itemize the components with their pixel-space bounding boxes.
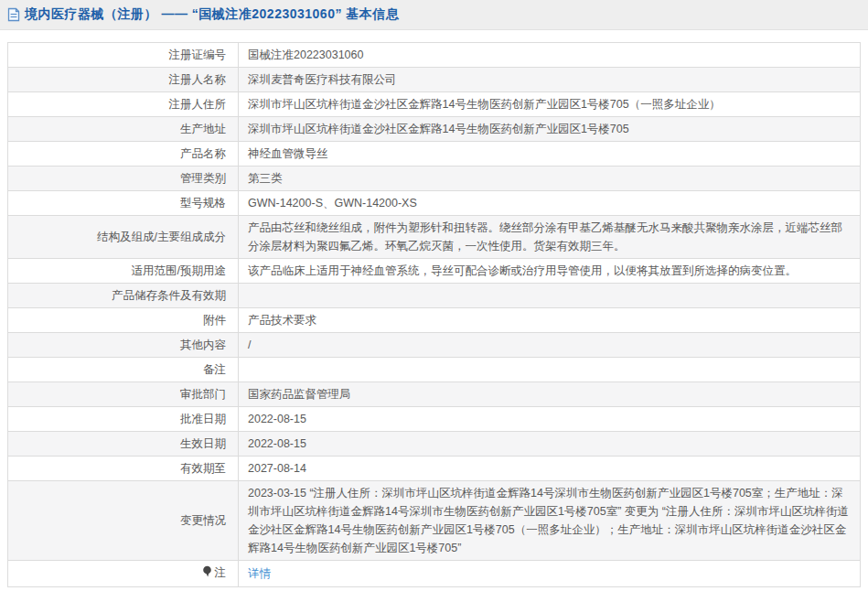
row-value: 2022-08-15	[239, 432, 861, 457]
row-value: 详情	[239, 561, 861, 587]
table-row: 适用范围/预期用途 该产品临床上适用于神经血管系统，导丝可配合诊断或治疗用导管使…	[8, 259, 861, 284]
row-label: 批准日期	[8, 407, 239, 432]
row-value: 产品由芯丝和绕丝组成，附件为塑形针和扭转器。绕丝部分涂有甲基乙烯基醚无水马来酸共…	[239, 216, 861, 259]
row-label: 产品储存条件及有效期	[8, 284, 239, 308]
row-label: 管理类别	[8, 167, 239, 191]
row-value: 深圳市坪山区坑梓街道金沙社区金辉路14号生物医药创新产业园区1号楼705	[239, 117, 861, 142]
row-label: 附件	[8, 308, 239, 333]
detail-link[interactable]: 详情	[248, 567, 271, 580]
row-label: 产品名称	[8, 142, 239, 167]
device-info-table: 注册证编号 国械注准20223031060 注册人名称 深圳麦普奇医疗科技有限公…	[7, 42, 861, 587]
row-label: 有效期至	[8, 457, 239, 481]
row-value: 产品技术要求	[239, 308, 861, 333]
row-label: 注册证编号	[8, 43, 239, 68]
table-row: 审批部门 国家药品监督管理局	[8, 382, 861, 407]
row-label: 备注	[8, 358, 239, 382]
row-label: 审批部门	[8, 382, 239, 407]
row-value: 2023-03-15 “注册人住所：深圳市坪山区坑梓街道金辉路14号深圳市生物医…	[239, 481, 861, 561]
row-label: 生效日期	[8, 432, 239, 457]
row-value: 该产品临床上适用于神经血管系统，导丝可配合诊断或治疗用导管使用，以便将其放置到所…	[239, 259, 861, 284]
note-label: 注	[215, 566, 227, 579]
table-row: 产品名称 神经血管微导丝	[8, 142, 861, 167]
note-bulb-icon	[202, 565, 212, 584]
page-header: 境内医疗器械（注册） —— “国械注准20223031060” 基本信息	[0, 0, 868, 30]
row-value	[239, 284, 861, 308]
table-row: 附件 产品技术要求	[8, 308, 861, 333]
row-value: /	[239, 333, 861, 358]
row-label: 型号规格	[8, 191, 239, 216]
row-label: 适用范围/预期用途	[8, 259, 239, 284]
row-value: 神经血管微导丝	[239, 142, 861, 167]
table-row: 管理类别 第三类	[8, 167, 861, 191]
table-row: 结构及组成/主要组成成分 产品由芯丝和绕丝组成，附件为塑形针和扭转器。绕丝部分涂…	[8, 216, 861, 259]
table-row: 生效日期 2022-08-15	[8, 432, 861, 457]
table-row: 注册人名称 深圳麦普奇医疗科技有限公司	[8, 68, 861, 92]
row-label: 注	[8, 561, 239, 587]
row-label: 生产地址	[8, 117, 239, 142]
table-row: 型号规格 GWN-14200-S、GWN-14200-XS	[8, 191, 861, 216]
row-label: 其他内容	[8, 333, 239, 358]
row-value: 2022-08-15	[239, 407, 861, 432]
row-label: 注册人名称	[8, 68, 239, 92]
row-label: 变更情况	[8, 481, 239, 561]
row-value: 第三类	[239, 167, 861, 191]
table-row: 生产地址 深圳市坪山区坑梓街道金沙社区金辉路14号生物医药创新产业园区1号楼70…	[8, 117, 861, 142]
table-row: 批准日期 2022-08-15	[8, 407, 861, 432]
table-row: 其他内容 /	[8, 333, 861, 358]
table-row: 备注	[8, 358, 861, 382]
row-label: 注册人住所	[8, 92, 239, 117]
table-row: 注册证编号 国械注准20223031060	[8, 43, 861, 68]
table-row-note: 注 详情	[8, 561, 861, 587]
row-value	[239, 358, 861, 382]
row-label: 结构及组成/主要组成成分	[8, 216, 239, 259]
document-icon	[7, 7, 20, 22]
table-row: 有效期至 2027-08-14	[8, 457, 861, 481]
row-value: 国家药品监督管理局	[239, 382, 861, 407]
table-row: 变更情况 2023-03-15 “注册人住所：深圳市坪山区坑梓街道金辉路14号深…	[8, 481, 861, 561]
row-value: 2027-08-14	[239, 457, 861, 481]
row-value: 国械注准20223031060	[239, 43, 861, 68]
table-row: 产品储存条件及有效期	[8, 284, 861, 308]
table-row: 注册人住所 深圳市坪山区坑梓街道金沙社区金辉路14号生物医药创新产业园区1号楼7…	[8, 92, 861, 117]
row-value: 深圳市坪山区坑梓街道金沙社区金辉路14号生物医药创新产业园区1号楼705（一照多…	[239, 92, 861, 117]
page-title: 境内医疗器械（注册） —— “国械注准20223031060” 基本信息	[25, 6, 399, 23]
row-value: GWN-14200-S、GWN-14200-XS	[239, 191, 861, 216]
row-value: 深圳麦普奇医疗科技有限公司	[239, 68, 861, 92]
